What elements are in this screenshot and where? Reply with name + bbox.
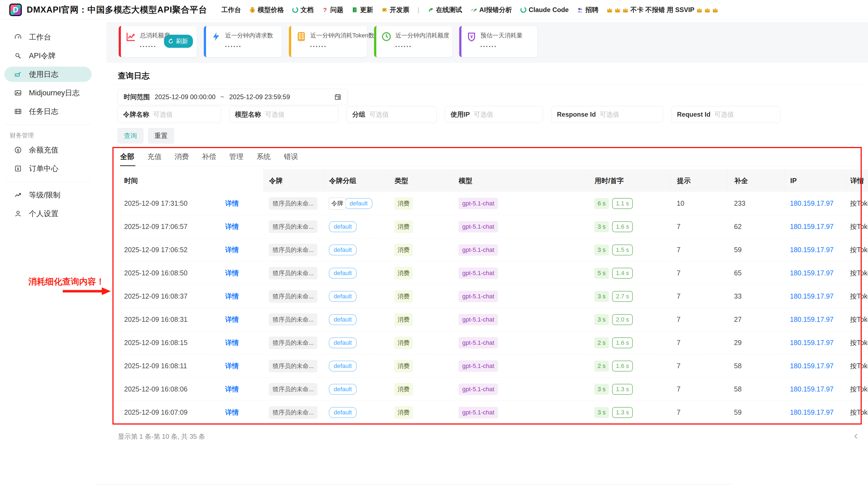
usage-log-table: 时间令牌令牌分组类型模型用时/首字提示补全IP详情 2025-12-09 17:… xyxy=(115,169,868,424)
ip-link[interactable]: 180.159.17.97 xyxy=(790,223,834,231)
time-to-value[interactable]: 2025-12-09 23:59:59 xyxy=(229,93,290,101)
time-from-value[interactable]: 2025-12-09 00:00:00 xyxy=(155,93,216,101)
nav-item-10[interactable]: Claude Code xyxy=(520,6,569,14)
nav-item-2[interactable]: $模型价格 xyxy=(249,5,284,14)
detail-link[interactable]: 详情 xyxy=(225,408,239,417)
nav-item-label: Claude Code xyxy=(529,6,569,14)
tab-系统[interactable]: 系统 xyxy=(256,152,271,166)
reset-button[interactable]: 重置 xyxy=(148,128,174,144)
sidebar-item-个人设置[interactable]: 个人设置 xyxy=(4,206,92,221)
model-tag: gpt-5.1-chat xyxy=(458,244,498,256)
cell-duration: 3 s2.0 s xyxy=(589,308,670,331)
detail-link[interactable]: 详情 xyxy=(225,315,239,324)
filter-input-令牌名称[interactable]: 令牌名称可选值 xyxy=(117,106,221,123)
table-row: 2025-12-09 17:06:52详情猹序员的未命...default消费g… xyxy=(115,238,868,261)
cell-ip: 180.159.17.97 xyxy=(784,377,846,401)
tab-充值[interactable]: 充值 xyxy=(147,152,161,166)
crown-icon xyxy=(704,7,710,13)
ip-link[interactable]: 180.159.17.97 xyxy=(790,199,834,207)
detail-link[interactable]: 详情 xyxy=(225,222,239,231)
log-type-tag: 消费 xyxy=(394,290,413,303)
prompt-tokens: 7 xyxy=(677,223,681,231)
nav-item-3[interactable]: 文档 xyxy=(292,5,313,14)
ip-link[interactable]: 180.159.17.97 xyxy=(790,246,834,254)
search-button[interactable]: 查询 xyxy=(117,128,144,144)
ip-link[interactable]: 180.159.17.97 xyxy=(790,385,834,393)
sidebar-item-API令牌[interactable]: API令牌 xyxy=(4,48,92,63)
filter-input-使用IP[interactable]: 使用IP可选值 xyxy=(445,106,543,123)
time-range-picker[interactable]: 时间范围 2025-12-09 00:00:00 ~ 2025-12-09 23… xyxy=(117,89,348,105)
nav-item-11[interactable]: 招聘 xyxy=(577,5,598,14)
nav-item-5[interactable]: 更新 xyxy=(351,5,373,14)
ip-link[interactable]: 180.159.17.97 xyxy=(790,292,834,300)
sidebar-item-使用日志[interactable]: 使用日志 xyxy=(4,67,92,82)
time-range-separator: ~ xyxy=(220,93,224,101)
key-icon xyxy=(14,52,22,60)
prompt-tokens: 7 xyxy=(677,292,681,300)
log-type-tag: 消费 xyxy=(394,244,413,256)
sidebar-item-工作台[interactable]: 工作台 xyxy=(4,29,92,45)
filter-input-Request Id[interactable]: Request Id可选值 xyxy=(671,106,780,123)
sidebar: 工作台API令牌使用日志Midjourney日志任务日志财务管理$余额充值¥订单… xyxy=(0,20,96,486)
detail-link[interactable]: 详情 xyxy=(225,245,239,254)
tab-管理[interactable]: 管理 xyxy=(229,152,243,166)
sidebar-item-余额充值[interactable]: $余额充值 xyxy=(4,142,92,158)
token-group-tag: default xyxy=(345,198,372,209)
claude-swirl-icon xyxy=(520,6,527,13)
token-group-tag: default xyxy=(329,268,356,279)
row-timestamp: 2025-12-09 16:08:37 xyxy=(124,292,187,300)
tab-消费[interactable]: 消费 xyxy=(175,152,189,166)
detail-link[interactable]: 详情 xyxy=(225,292,239,301)
ip-link[interactable]: 180.159.17.97 xyxy=(790,339,834,347)
cell-detail: 按Token计费 xyxy=(846,354,868,377)
cell-duration: 3 s1.3 s xyxy=(589,401,670,424)
cell-link: 详情 xyxy=(216,308,263,331)
nav-item-label: 开发票 xyxy=(390,5,409,14)
tab-错误[interactable]: 错误 xyxy=(284,152,298,166)
ip-link[interactable]: 180.159.17.97 xyxy=(790,362,834,370)
nav-item-1[interactable]: 工作台 xyxy=(221,5,241,14)
log-type-tag: 消费 xyxy=(394,383,413,396)
filter-input-Response Id[interactable]: Response Id可选值 xyxy=(551,106,663,123)
calendar-icon[interactable] xyxy=(334,93,342,101)
row-timestamp: 2025-12-09 17:31:50 xyxy=(124,199,187,207)
duration-tag: 2 s xyxy=(594,361,609,372)
calendar-icon xyxy=(334,93,342,101)
cell-prompt: 7 xyxy=(670,261,727,285)
detail-link[interactable]: 详情 xyxy=(225,199,239,208)
ip-link[interactable]: 180.159.17.97 xyxy=(790,316,834,323)
tab-全部[interactable]: 全部 xyxy=(120,152,134,166)
detail-link[interactable]: 详情 xyxy=(225,384,239,394)
token-name-tag: 猹序员的未命... xyxy=(269,383,317,396)
sidebar-item-订单中心[interactable]: ¥订单中心 xyxy=(4,161,92,176)
nav-item-4[interactable]: ?问题 xyxy=(322,5,343,14)
nav-item-6[interactable]: 开发票 xyxy=(381,5,409,14)
refresh-button[interactable]: 刷新 xyxy=(164,35,193,48)
table-body: 2025-12-09 17:31:50详情猹序员的未命...令牌default消… xyxy=(115,192,868,424)
chevron-left-icon[interactable]: ‹ xyxy=(854,429,858,442)
nav-item-9[interactable]: AI报错分析 xyxy=(470,5,512,14)
ip-link[interactable]: 180.159.17.97 xyxy=(790,408,834,416)
cell-time: 2025-12-09 16:08:11 xyxy=(115,354,216,377)
detail-link[interactable]: 详情 xyxy=(225,268,239,278)
log-type-tag: 消费 xyxy=(394,360,413,372)
cell-group: default xyxy=(323,354,389,377)
prompt-tokens: 7 xyxy=(677,269,681,277)
sidebar-item-等级/限制[interactable]: 等级/限制 xyxy=(4,188,92,203)
ip-link[interactable]: 180.159.17.97 xyxy=(790,269,834,277)
completion-tokens: 59 xyxy=(734,246,742,254)
tab-补偿[interactable]: 补偿 xyxy=(202,152,216,166)
nav-item-12[interactable]: 不卡 不报错 用 SSVIP xyxy=(607,5,718,14)
nav-item-8[interactable]: 在线测试 xyxy=(427,5,462,14)
filter-input-模型名称[interactable]: 模型名称可选值 xyxy=(229,106,338,123)
cell-prompt: 7 xyxy=(670,331,727,354)
sidebar-item-任务日志[interactable]: 任务日志 xyxy=(4,104,92,119)
detail-link[interactable]: 详情 xyxy=(225,338,239,347)
dmxapi-logo: D xyxy=(9,4,22,16)
sidebar-item-Midjourney日志[interactable]: Midjourney日志 xyxy=(4,85,92,101)
detail-link[interactable]: 详情 xyxy=(225,362,239,370)
duration-tag: 2 s xyxy=(594,337,609,348)
filter-input-分组[interactable]: 分组可选值 xyxy=(346,106,437,123)
svg-text:$: $ xyxy=(17,148,19,152)
filter-label: 使用IP xyxy=(451,110,470,119)
